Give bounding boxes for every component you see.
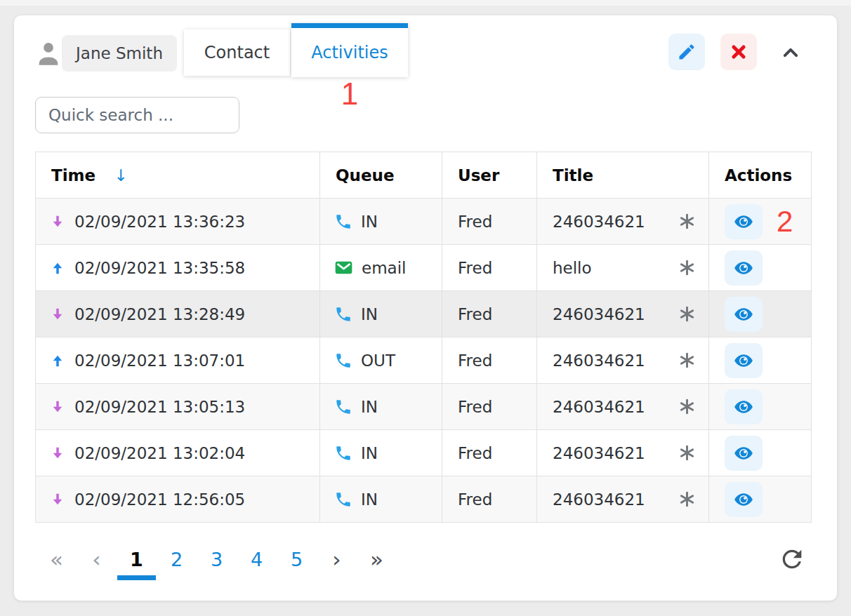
eye-icon (734, 258, 753, 278)
phone-icon (334, 444, 352, 462)
title-cell: 246034621 (537, 476, 709, 523)
view-activity-button[interactable] (725, 250, 763, 286)
actions-cell (709, 245, 812, 291)
activities-table-body: 02/09/2021 13:36:23 IN Fred 246034621 (36, 199, 812, 523)
refresh-icon (778, 545, 806, 573)
eye-icon (734, 490, 753, 509)
queue-cell: IN (320, 199, 442, 245)
queue-cell: IN (320, 430, 442, 476)
table-row[interactable]: 02/09/2021 13:02:04 IN Fred 246034621 (36, 430, 812, 476)
time-cell: 02/09/2021 13:35:58 (36, 245, 320, 291)
phone-icon (334, 213, 352, 231)
table-header-row: Time↓ Queue User Title Actions (36, 152, 812, 199)
contact-name-label: Jane Smith (62, 35, 177, 72)
column-header-user: User (442, 152, 537, 199)
activity-time: 02/09/2021 13:35:58 (74, 259, 245, 277)
time-cell: 02/09/2021 13:05:13 (36, 384, 320, 430)
arrow-up-icon (50, 260, 65, 276)
actions-cell (709, 384, 812, 430)
quick-search-input[interactable] (35, 97, 239, 133)
column-label-time: Time (51, 166, 95, 185)
pagination-last[interactable]: » (357, 544, 397, 575)
queue-label: email (362, 259, 406, 277)
pagination-prev[interactable]: ‹ (77, 544, 117, 575)
user-name: Fred (458, 490, 492, 509)
pagination-page[interactable]: 4 (237, 544, 277, 575)
pagination-page[interactable]: 1 (117, 544, 157, 575)
activity-title: 246034621 (553, 305, 645, 323)
actions-cell (709, 291, 812, 337)
eye-icon (734, 443, 753, 463)
table-row[interactable]: 02/09/2021 12:56:05 IN Fred 246034621 (36, 476, 812, 523)
view-activity-button[interactable] (725, 482, 763, 517)
phone-icon (334, 490, 352, 509)
queue-cell: IN (320, 476, 442, 523)
view-activity-button[interactable] (725, 297, 763, 332)
activity-time: 02/09/2021 13:05:13 (74, 398, 245, 416)
time-cell: 02/09/2021 13:36:23 (36, 199, 320, 245)
eye-icon (734, 304, 753, 324)
table-row[interactable]: 02/09/2021 13:28:49 IN Fred 246034621 (36, 291, 812, 337)
table-row[interactable]: 02/09/2021 13:36:23 IN Fred 246034621 (36, 199, 812, 245)
queue-label: IN (361, 398, 378, 416)
annotation-1: 1 (341, 79, 358, 109)
title-cell: 246034621 (537, 337, 709, 384)
queue-cell: OUT (320, 337, 442, 384)
pagination-next[interactable]: › (317, 544, 357, 575)
panel-header: Jane Smith Contact Activities 1 (14, 15, 837, 97)
tab-activities-label: Activities (311, 43, 388, 62)
pagination-page[interactable]: 2 (157, 544, 197, 575)
activity-time: 02/09/2021 13:02:04 (74, 444, 245, 462)
view-activity-button[interactable] (725, 343, 763, 378)
phone-icon (334, 305, 352, 323)
arrow-down-icon (50, 445, 65, 462)
pagination-page[interactable]: 5 (277, 544, 317, 575)
pagination-bar: « ‹ 12345 › » (37, 544, 806, 575)
activity-title: 246034621 (553, 490, 645, 509)
view-activity-button[interactable] (725, 389, 763, 424)
annotation-2: 2 (777, 207, 793, 236)
time-cell: 02/09/2021 12:56:05 (36, 476, 320, 523)
user-cell: Fred (442, 384, 537, 430)
title-cell: 246034621 (537, 199, 709, 245)
title-cell: 246034621 (537, 384, 709, 430)
delete-contact-button[interactable] (720, 34, 757, 70)
user-name: Fred (458, 305, 492, 323)
table-row[interactable]: 02/09/2021 13:07:01 OUT Fred 246034621 (36, 337, 812, 384)
user-name: Fred (458, 351, 492, 370)
collapse-panel-button[interactable] (774, 39, 807, 66)
actions-cell (709, 337, 812, 384)
arrow-down-icon (50, 491, 65, 508)
pagination: « ‹ 12345 › » (37, 544, 397, 575)
queue-label: OUT (361, 351, 395, 370)
arrow-up-icon (50, 352, 65, 369)
time-cell: 02/09/2021 13:28:49 (36, 291, 320, 337)
user-name: Fred (458, 398, 492, 416)
queue-label: IN (361, 213, 378, 231)
pagination-first[interactable]: « (37, 544, 77, 575)
pagination-page[interactable]: 3 (197, 544, 237, 575)
eye-icon (734, 212, 753, 232)
queue-label: IN (361, 305, 378, 323)
table-row[interactable]: 02/09/2021 13:35:58 email Fred hello (36, 245, 812, 291)
view-activity-button[interactable] (725, 436, 763, 471)
table-row[interactable]: 02/09/2021 13:05:13 IN Fred 246034621 (36, 384, 812, 430)
arrow-down-icon (50, 399, 65, 415)
column-header-title: Title (537, 152, 709, 199)
view-activity-button[interactable] (725, 204, 763, 239)
column-header-time[interactable]: Time↓ (36, 152, 320, 199)
user-cell: Fred (442, 337, 537, 384)
contact-activities-panel: Jane Smith Contact Activities 1 (14, 15, 837, 601)
tab-contact[interactable]: Contact (184, 29, 290, 76)
tab-activities[interactable]: Activities 1 (291, 23, 408, 77)
user-name: Fred (458, 213, 492, 231)
refresh-button[interactable] (778, 545, 806, 575)
pencil-icon (677, 42, 697, 62)
eye-icon (734, 351, 753, 370)
queue-cell: email (320, 245, 442, 291)
edit-contact-button[interactable] (668, 34, 705, 70)
asterisk-icon (678, 259, 696, 276)
activity-time: 02/09/2021 13:36:23 (74, 213, 245, 231)
activity-title: 246034621 (553, 444, 645, 462)
actions-cell: 2 (709, 199, 812, 245)
